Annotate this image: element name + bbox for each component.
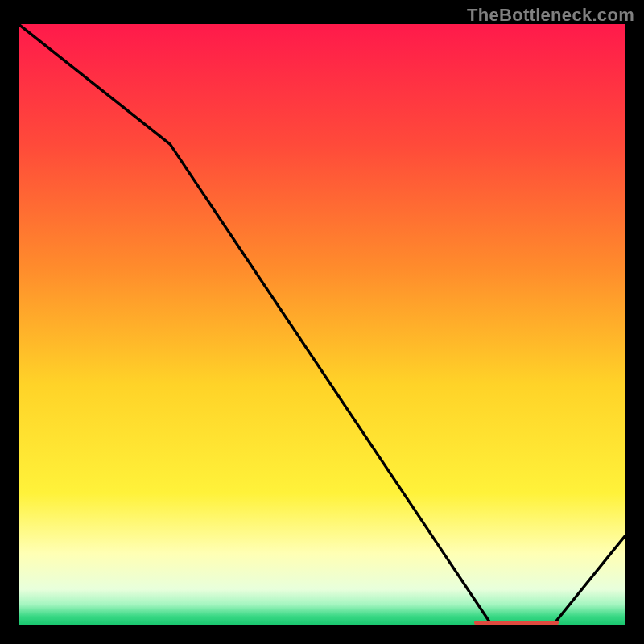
optimal-range-marker [474, 621, 559, 625]
chart-root: TheBottleneck.com [0, 0, 644, 644]
plot-area [19, 24, 625, 625]
plot-outer-frame [19, 24, 625, 625]
attribution-text: TheBottleneck.com [467, 5, 634, 26]
bottleneck-curve [19, 24, 625, 625]
